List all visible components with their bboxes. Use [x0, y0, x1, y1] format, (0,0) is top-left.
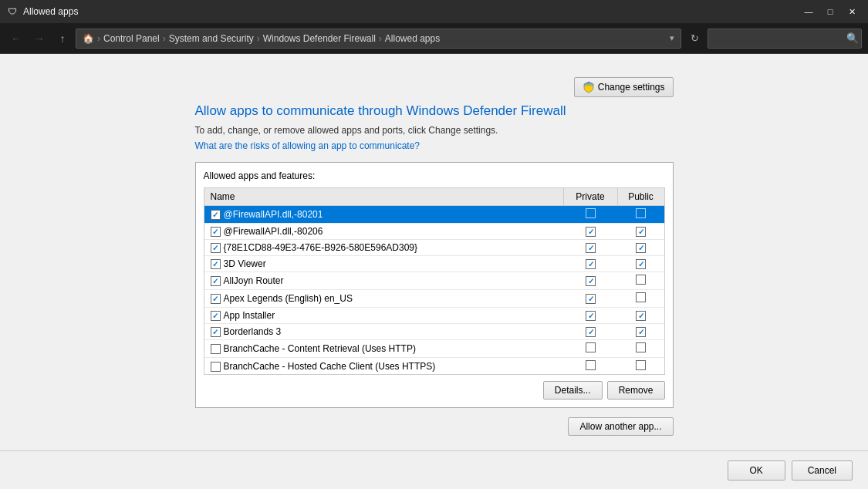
row-private[interactable]	[564, 340, 618, 357]
row-name: AllJoyn Router	[204, 273, 564, 288]
table-header: Name Private Public	[204, 187, 665, 205]
row-private[interactable]	[564, 256, 618, 271]
row-name: App Installer	[204, 308, 564, 323]
row-public[interactable]	[618, 358, 664, 375]
shield-uac-icon	[583, 81, 595, 93]
window-controls: — □ ✕	[799, 4, 862, 19]
back-button[interactable]: ←	[6, 29, 26, 49]
table-body[interactable]: @FirewallAPI.dll,-80201@FirewallAPI.dll,…	[204, 205, 665, 375]
row-checkbox[interactable]	[211, 362, 221, 372]
table-row[interactable]: App Installer	[204, 308, 664, 324]
content-container: Change settings Allow apps to communicat…	[195, 77, 674, 436]
row-checkbox[interactable]	[211, 294, 221, 304]
app-icon: 🛡	[6, 5, 19, 18]
page-title: Allow apps to communicate through Window…	[195, 103, 674, 119]
row-name: @FirewallAPI.dll,-80201	[204, 207, 564, 222]
row-public[interactable]	[618, 308, 664, 323]
row-name: Apex Legends (English) en_US	[204, 291, 564, 306]
row-name: BranchCache - Hosted Cache Client (Uses …	[204, 359, 564, 374]
search-wrap: 🔍	[708, 29, 862, 49]
row-name: Borderlands 3	[204, 324, 564, 339]
page-subtitle: To add, change, or remove allowed apps a…	[195, 125, 674, 136]
row-checkbox[interactable]	[211, 227, 221, 237]
row-public[interactable]	[618, 324, 664, 339]
col-header-private: Private	[564, 188, 618, 205]
change-settings-row: Change settings	[195, 77, 674, 97]
table-row[interactable]: AllJoyn Router	[204, 272, 664, 290]
row-checkbox[interactable]	[211, 243, 221, 253]
table-row[interactable]: @FirewallAPI.dll,-80206	[204, 224, 664, 240]
row-private[interactable]	[564, 240, 618, 255]
row-public[interactable]	[618, 240, 664, 255]
col-header-public: Public	[618, 188, 664, 205]
ok-button[interactable]: OK	[728, 460, 785, 481]
breadcrumb: 🏠 › Control Panel › System and Security …	[83, 33, 440, 44]
address-input[interactable]: 🏠 › Control Panel › System and Security …	[76, 29, 681, 49]
allow-another-app-button[interactable]: Allow another app...	[568, 417, 673, 436]
apps-panel: Allowed apps and features: Name Private …	[195, 162, 674, 408]
table-row[interactable]: Borderlands 3	[204, 324, 664, 340]
row-checkbox[interactable]	[211, 311, 221, 321]
minimize-button[interactable]: —	[799, 4, 819, 19]
row-checkbox[interactable]	[211, 276, 221, 286]
forward-button[interactable]: →	[29, 29, 49, 49]
row-name: BranchCache - Content Retrieval (Uses HT…	[204, 341, 564, 356]
row-public[interactable]	[618, 272, 664, 289]
allow-another-row: Allow another app...	[195, 417, 674, 436]
table-button-row: Details... Remove	[204, 381, 665, 400]
title-bar: 🛡 Allowed apps — □ ✕	[0, 0, 868, 23]
table-row[interactable]: 3D Viewer	[204, 256, 664, 272]
row-checkbox[interactable]	[211, 210, 221, 220]
row-private[interactable]	[564, 324, 618, 339]
row-checkbox[interactable]	[211, 344, 221, 354]
row-name: 3D Viewer	[204, 256, 564, 271]
cancel-button[interactable]: Cancel	[792, 460, 853, 481]
main-content: Change settings Allow apps to communicat…	[0, 54, 868, 450]
table-row[interactable]: {78E1CD88-49E3-476E-B926-580E596AD309}	[204, 240, 664, 256]
up-button[interactable]: ↑	[52, 29, 73, 49]
row-public[interactable]	[618, 290, 664, 307]
row-name: {78E1CD88-49E3-476E-B926-580E596AD309}	[204, 240, 564, 255]
search-icon[interactable]: 🔍	[846, 32, 859, 44]
search-input[interactable]	[708, 29, 862, 49]
details-button[interactable]: Details...	[543, 381, 603, 400]
breadcrumb-allowed-apps: Allowed apps	[385, 33, 440, 44]
remove-button[interactable]: Remove	[607, 381, 665, 400]
maximize-button[interactable]: □	[820, 4, 840, 19]
row-private[interactable]	[564, 308, 618, 323]
change-settings-label: Change settings	[598, 82, 665, 93]
row-public[interactable]	[618, 224, 664, 239]
dropdown-arrow-icon: ▾	[670, 33, 674, 43]
refresh-button[interactable]: ↻	[684, 29, 704, 49]
row-private[interactable]	[564, 224, 618, 239]
table-row[interactable]: @FirewallAPI.dll,-80201	[204, 206, 664, 224]
col-header-name: Name	[204, 188, 564, 205]
home-icon: 🏠	[83, 33, 94, 44]
close-button[interactable]: ✕	[842, 4, 862, 19]
row-checkbox[interactable]	[211, 259, 221, 269]
row-private[interactable]	[564, 358, 618, 375]
row-private[interactable]	[564, 206, 618, 223]
breadcrumb-system-security: System and Security	[169, 33, 254, 44]
row-private[interactable]	[564, 291, 618, 306]
row-checkbox[interactable]	[211, 327, 221, 337]
risks-link[interactable]: What are the risks of allowing an app to…	[195, 140, 420, 151]
row-public[interactable]	[618, 340, 664, 357]
table-row[interactable]: BranchCache - Content Retrieval (Uses HT…	[204, 340, 664, 358]
bottom-bar: OK Cancel	[0, 450, 868, 489]
row-name: @FirewallAPI.dll,-80206	[204, 224, 564, 239]
change-settings-button[interactable]: Change settings	[574, 77, 674, 97]
window-title: Allowed apps	[23, 6, 799, 17]
panel-title: Allowed apps and features:	[204, 170, 665, 181]
breadcrumb-control-panel: Control Panel	[103, 33, 160, 44]
row-private[interactable]	[564, 273, 618, 288]
row-public[interactable]	[618, 256, 664, 271]
table-row[interactable]: Apex Legends (English) en_US	[204, 290, 664, 308]
breadcrumb-firewall: Windows Defender Firewall	[263, 33, 376, 44]
row-public[interactable]	[618, 206, 664, 223]
address-bar: ← → ↑ 🏠 › Control Panel › System and Sec…	[0, 23, 868, 54]
table-row[interactable]: BranchCache - Hosted Cache Client (Uses …	[204, 358, 664, 375]
